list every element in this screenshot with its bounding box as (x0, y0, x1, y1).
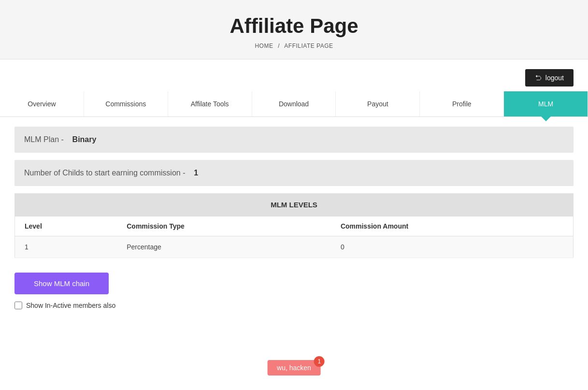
tab-download[interactable]: Download (252, 91, 336, 116)
mlm-levels-heading: MLM LEVELS (14, 193, 574, 216)
mlm-childs-row: Number of Childs to start earning commis… (14, 160, 574, 186)
cell-commission-type: Percentage (117, 236, 331, 258)
nav-tabs: Overview Commissions Affilate Tools Down… (0, 91, 588, 117)
tab-affiliate-tools[interactable]: Affilate Tools (168, 91, 252, 116)
cell-commission-amount: 0 (331, 236, 574, 258)
logout-button[interactable]: ⮌ logout (525, 69, 574, 87)
tab-commissions[interactable]: Commissions (84, 91, 168, 116)
mlm-plan-value: Binary (72, 135, 97, 144)
tab-payout[interactable]: Payout (336, 91, 420, 116)
breadcrumb-separator: / (278, 43, 280, 49)
breadcrumb-home[interactable]: HOME (255, 43, 273, 49)
col-commission-type: Commission Type (117, 217, 331, 236)
breadcrumb-current: AFFILIATE PAGE (284, 43, 333, 49)
tab-mlm[interactable]: MLM (504, 91, 588, 116)
table-row: 1 Percentage 0 (15, 236, 574, 258)
logout-label: logout (545, 74, 564, 82)
breadcrumb: HOME / AFFILIATE PAGE (10, 43, 578, 49)
mlm-plan-row: MLM Plan - Binary (14, 127, 574, 153)
mlm-plan-label: MLM Plan - (24, 135, 64, 144)
show-mlm-chain-button[interactable]: Show MLM chain (14, 273, 109, 294)
page-header: Affiliate Page HOME / AFFILIATE PAGE (0, 0, 588, 59)
cell-level: 1 (15, 236, 117, 258)
col-commission-amount: Commission Amount (331, 217, 574, 236)
table-header-row: Level Commission Type Commission Amount (15, 217, 574, 236)
tab-profile[interactable]: Profile (420, 91, 504, 116)
mlm-levels-section: MLM LEVELS Level Commission Type Commiss… (14, 193, 574, 258)
col-level: Level (15, 217, 117, 236)
inactive-members-checkbox[interactable] (14, 302, 22, 309)
mlm-levels-table: Level Commission Type Commission Amount … (14, 216, 574, 258)
mlm-childs-label: Number of Childs to start earning commis… (24, 169, 185, 177)
inactive-members-label[interactable]: Show In-Active members also (26, 302, 115, 309)
mlm-childs-value: 1 (194, 169, 198, 177)
top-bar: ⮌ logout (0, 59, 588, 91)
inactive-members-area: Show In-Active members also (14, 302, 574, 309)
main-content: MLM Plan - Binary Number of Childs to st… (0, 117, 588, 319)
tab-overview[interactable]: Overview (0, 91, 84, 116)
page-title: Affiliate Page (10, 14, 578, 38)
logout-icon: ⮌ (535, 74, 542, 82)
